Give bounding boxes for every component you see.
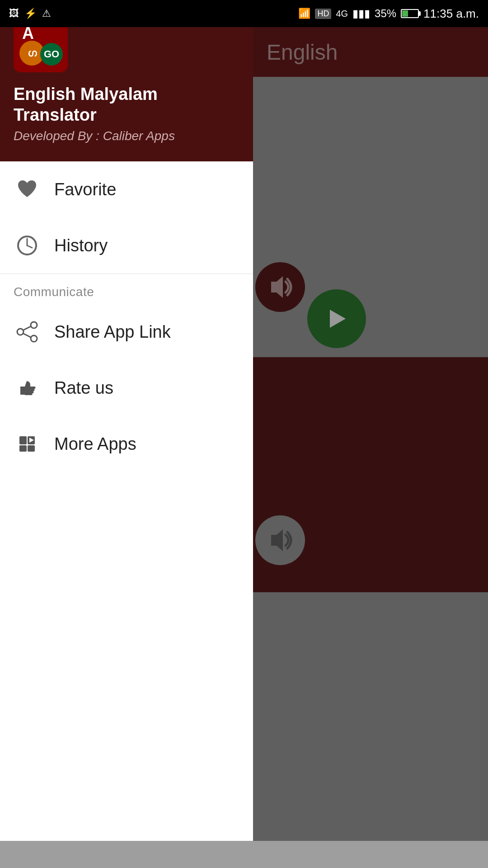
usb-icon: ⚡ — [24, 8, 37, 19]
navigation-drawer: A ഗ GO English Malyalam Translator Devel… — [0, 0, 253, 841]
svg-line-5 — [27, 245, 32, 248]
menu-item-more-apps[interactable]: More Apps — [0, 416, 253, 472]
svg-line-10 — [23, 334, 31, 337]
app-subtitle: Developed By : Caliber Apps — [14, 129, 239, 143]
svg-rect-13 — [19, 445, 27, 452]
history-label: History — [54, 236, 108, 255]
battery-icon — [401, 9, 419, 18]
status-bar: 🖼 ⚡ ⚠ 📶 HD 4G ▮▮▮ 35% 11:35 a.m. — [0, 0, 488, 27]
battery-percent: 35% — [375, 7, 396, 20]
menu-item-share-app-link[interactable]: Share App Link — [0, 304, 253, 360]
image-icon: 🖼 — [9, 8, 19, 19]
logo-circle-green: GO — [40, 43, 63, 66]
clock-icon — [14, 232, 41, 259]
svg-rect-14 — [28, 445, 35, 452]
share-app-link-label: Share App Link — [54, 322, 171, 342]
svg-point-8 — [31, 335, 37, 342]
favorite-label: Favorite — [54, 180, 116, 199]
signal-bars: ▮▮▮ — [352, 7, 370, 20]
app-title: English Malyalam Translator — [14, 84, 239, 125]
drawer-overlay[interactable] — [253, 0, 488, 841]
communicate-section-label: Communicate — [0, 274, 253, 304]
moreapps-icon — [14, 430, 41, 458]
svg-rect-11 — [19, 436, 27, 444]
share-icon — [14, 318, 41, 345]
menu-item-history[interactable]: History — [0, 217, 253, 274]
hotspot-icon: 📶 — [298, 8, 310, 19]
svg-point-7 — [17, 329, 23, 335]
warning-icon: ⚠ — [42, 8, 51, 19]
svg-point-6 — [31, 322, 37, 328]
rate-us-label: Rate us — [54, 378, 113, 398]
logo-text-go: ഗ — [28, 47, 37, 59]
menu-item-rate-us[interactable]: Rate us — [0, 360, 253, 416]
thumbup-icon — [14, 374, 41, 401]
hd-icon: HD — [315, 9, 331, 19]
network-icon: 4G — [336, 9, 348, 19]
svg-line-9 — [23, 326, 31, 330]
time-display: 11:35 a.m. — [423, 7, 479, 21]
more-apps-label: More Apps — [54, 434, 136, 454]
menu-item-favorite[interactable]: Favorite — [0, 161, 253, 217]
logo-text-go2: GO — [44, 48, 59, 60]
heart-icon — [14, 176, 41, 203]
